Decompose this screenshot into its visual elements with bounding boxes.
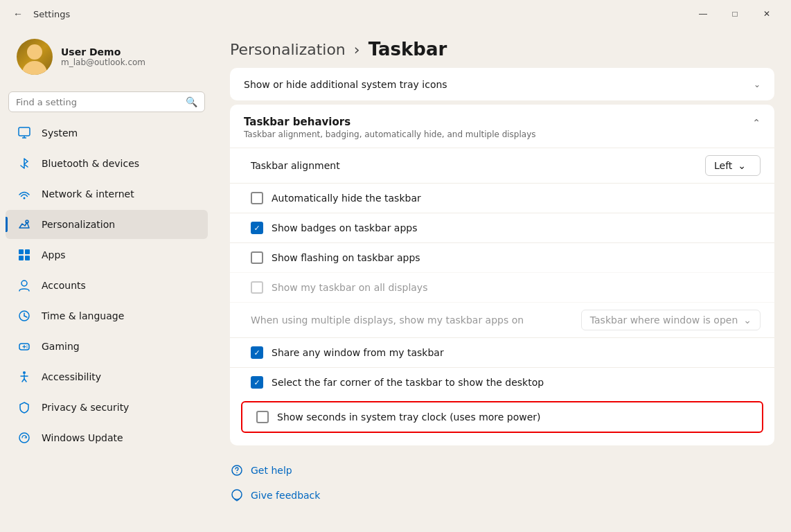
window-title: Settings [33, 9, 70, 19]
checkbox-share-window[interactable]: Share any window from my taskbar [230, 337, 774, 367]
chevron-down-icon: ⌄ [754, 80, 761, 89]
highlighted-container: Show seconds in system tray clock (uses … [230, 397, 774, 445]
svg-rect-7 [19, 256, 24, 260]
checkbox-show-badges-label: Show badges on taskbar apps [272, 222, 418, 233]
get-help-link[interactable]: Get help [230, 461, 774, 480]
nav-time[interactable]: Time & language [6, 301, 208, 330]
show-seconds-highlighted: Show seconds in system tray clock (uses … [241, 401, 763, 433]
gaming-icon [17, 339, 32, 354]
user-info: User Demo m_lab@outlook.com [61, 46, 145, 67]
chevron-up-icon: ⌃ [752, 117, 761, 128]
nav-label-bluetooth: Bluetooth & devices [42, 158, 139, 169]
svg-point-19 [19, 433, 29, 443]
minimize-button[interactable]: — [687, 3, 719, 25]
checkbox-show-seconds[interactable]: Show seconds in system tray clock (uses … [242, 402, 762, 432]
nav-label-system: System [42, 127, 78, 139]
accounts-icon [17, 278, 32, 293]
feedback-icon [230, 488, 244, 502]
checkbox-auto-hide-input[interactable] [251, 192, 263, 204]
checkbox-show-seconds-input[interactable] [256, 411, 269, 423]
checkbox-auto-hide[interactable]: Automatically hide the taskbar [230, 183, 774, 213]
search-container: 🔍 [0, 89, 213, 118]
svg-rect-5 [19, 249, 24, 254]
avatar [17, 39, 53, 75]
tray-icons-text: Show or hide additional system tray icon… [244, 78, 754, 91]
search-box[interactable]: 🔍 [8, 91, 205, 112]
tray-icons-row[interactable]: Show or hide additional system tray icon… [230, 68, 774, 100]
nav-update[interactable]: Windows Update [6, 423, 208, 452]
nav-label-apps: Apps [42, 249, 66, 260]
user-email: m_lab@outlook.com [61, 57, 145, 67]
checkbox-far-corner-input[interactable] [251, 376, 263, 389]
back-button[interactable]: ← [8, 4, 28, 24]
svg-point-3 [24, 197, 26, 200]
checkbox-show-flashing-label: Show flashing on taskbar apps [272, 252, 420, 263]
checkbox-far-corner-label: Select the far corner of the taskbar to … [272, 377, 544, 388]
personalization-icon [17, 217, 32, 232]
svg-point-9 [21, 281, 27, 286]
nav-system[interactable]: System [6, 118, 208, 148]
nav-label-privacy: Privacy & security [42, 402, 129, 413]
nav-accessibility[interactable]: Accessibility [6, 362, 208, 391]
nav-privacy[interactable]: Privacy & security [6, 393, 208, 422]
checkbox-share-window-input[interactable] [251, 346, 263, 359]
nav-gaming[interactable]: Gaming [6, 332, 208, 361]
svg-point-21 [236, 472, 238, 474]
checkbox-show-flashing[interactable]: Show flashing on taskbar apps [230, 242, 774, 272]
svg-point-16 [26, 346, 28, 347]
behaviors-section-header[interactable]: Taskbar behaviors Taskbar alignment, bad… [230, 105, 774, 148]
svg-point-17 [26, 347, 28, 348]
nav-label-gaming: Gaming [42, 341, 80, 352]
svg-point-22 [232, 490, 242, 499]
nav-label-time: Time & language [42, 310, 124, 321]
multiple-displays-value: Taskbar where window is open [590, 314, 738, 326]
svg-rect-8 [25, 256, 30, 260]
behaviors-card: Taskbar behaviors Taskbar alignment, bad… [230, 105, 774, 445]
nav-personalization[interactable]: Personalization [6, 210, 208, 239]
close-button[interactable]: ✕ [751, 3, 783, 25]
checkbox-all-displays-input [251, 281, 263, 294]
svg-rect-6 [25, 249, 30, 254]
content-area: Personalization › Taskbar Show or hide a… [213, 28, 791, 532]
nav-apps[interactable]: Apps [6, 240, 208, 269]
sidebar: User Demo m_lab@outlook.com 🔍 [0, 28, 213, 532]
svg-rect-0 [19, 127, 30, 136]
checkbox-show-seconds-label: Show seconds in system tray clock (uses … [277, 411, 541, 423]
tray-icons-label: Show or hide additional system tray icon… [244, 79, 447, 90]
main-layout: User Demo m_lab@outlook.com 🔍 [0, 28, 791, 532]
search-input[interactable] [16, 97, 180, 107]
nav-label-personalization: Personalization [42, 219, 115, 230]
nav-accounts[interactable]: Accounts [6, 271, 208, 300]
nav-network[interactable]: Network & internet [6, 179, 208, 209]
give-feedback-link[interactable]: Give feedback [230, 486, 774, 505]
time-icon [17, 308, 32, 323]
svg-point-18 [23, 371, 26, 374]
privacy-icon [17, 400, 32, 415]
nav-label-network: Network & internet [42, 188, 134, 200]
nav-label-accessibility: Accessibility [42, 371, 101, 382]
window-controls: — □ ✕ [687, 3, 783, 25]
behaviors-subtitle: Taskbar alignment, badging, automaticall… [244, 130, 752, 139]
breadcrumb-current: Taskbar [368, 39, 447, 60]
checkbox-far-corner[interactable]: Select the far corner of the taskbar to … [230, 367, 774, 397]
footer-links: Get help Give feedback [230, 450, 774, 511]
system-icon [17, 125, 32, 141]
checkbox-show-badges-input[interactable] [251, 222, 263, 234]
nav-bluetooth[interactable]: Bluetooth & devices [6, 149, 208, 178]
nav-label-update: Windows Update [42, 432, 123, 443]
checkbox-all-displays: Show my taskbar on all displays [230, 272, 774, 302]
breadcrumb-separator: › [354, 41, 360, 58]
page-header: Personalization › Taskbar [230, 28, 774, 68]
bluetooth-icon [17, 156, 32, 171]
nav-label-accounts: Accounts [42, 280, 86, 291]
dropdown-chevron-icon: ⌄ [738, 160, 746, 171]
alignment-dropdown[interactable]: Left ⌄ [705, 155, 761, 176]
checkbox-auto-hide-label: Automatically hide the taskbar [272, 193, 421, 204]
checkbox-show-flashing-input[interactable] [251, 251, 263, 264]
maximize-button[interactable]: □ [719, 3, 751, 25]
give-feedback-label: Give feedback [251, 490, 320, 501]
checkbox-show-badges[interactable]: Show badges on taskbar apps [230, 213, 774, 242]
alignment-label: Taskbar alignment [251, 160, 705, 171]
user-profile[interactable]: User Demo m_lab@outlook.com [6, 30, 208, 86]
behaviors-header-text: Taskbar behaviors Taskbar alignment, bad… [244, 116, 752, 139]
